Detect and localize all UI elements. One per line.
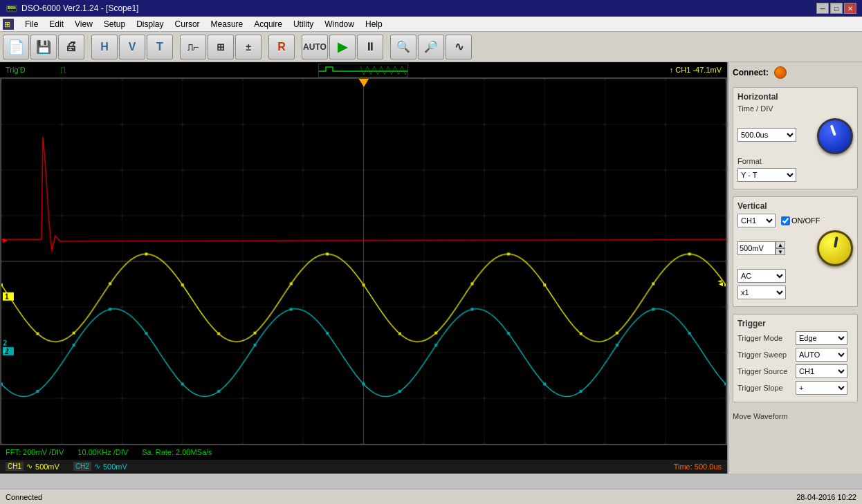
vertical-knob-indicator (834, 236, 838, 248)
app-menu-icon: ⊞ (3, 17, 17, 31)
trigger-mode-select[interactable]: Edge Pulse Slope (796, 331, 847, 345)
time-div-row: Time / DIV (737, 104, 853, 113)
t-button[interactable]: T (147, 35, 173, 59)
status-top: Trig'D ⎍ ↑ CH1 -47.1mV (0, 62, 727, 77)
horizontal-title: Horizontal (737, 92, 853, 102)
pulse-button[interactable]: ⎍⌐ (180, 35, 206, 59)
trigger-mode-row: Trigger Mode Edge Pulse Slope (737, 331, 853, 345)
close-button[interactable]: ✕ (844, 3, 856, 14)
ch1-t-marker: ◄ (717, 280, 724, 288)
trigger-cursor-top (359, 79, 369, 87)
horizontal-section: Horizontal Time / DIV 500.0us 1ms 100us (733, 87, 858, 189)
channel-select[interactable]: CH1 CH2 CH3 CH4 (737, 214, 776, 227)
menu-help[interactable]: Help (360, 17, 388, 32)
bottom-status: Connected 28-04-2016 10:22 (0, 489, 862, 504)
math-button[interactable]: ± (235, 35, 262, 59)
ch1-vdiv: 500mV (35, 463, 59, 471)
channel-onoff-row: CH1 CH2 CH3 CH4 ON/OFF (737, 214, 853, 227)
coupling-row: AC DC GND (737, 269, 853, 283)
ch1-label: CH1 (6, 462, 24, 471)
menu-bar: ⊞ File Edit View Setup Display Cursor Me… (0, 17, 862, 32)
trigger-source-label: Trigger Source (737, 367, 793, 375)
menu-setup[interactable]: Setup (98, 17, 131, 32)
print-button[interactable]: 🖨 (58, 35, 84, 59)
time-div-select[interactable]: 500.0us 1ms 100us (737, 128, 796, 142)
run-button[interactable]: ▶ (329, 35, 356, 59)
fft-button[interactable]: ∿ (446, 35, 472, 59)
format-select[interactable]: Y - T X - Y Roll (737, 168, 796, 182)
trigger-slope-label: Trigger Slope (737, 384, 793, 392)
vertical-section: Vertical CH1 CH2 CH3 CH4 ON/OFF ▲ (733, 196, 858, 307)
connect-section: Connect: (733, 66, 858, 79)
fft-info: FFT: 200mV /DIV (6, 448, 64, 456)
freq-info: 10.00KHz /DIV (77, 448, 128, 456)
toolbar: 📄 💾 🖨 H V T ⎍⌐ ⊞ ± R AUTO ▶ ⏸ 🔍 🔎 ∿ (0, 32, 862, 62)
pause-button[interactable]: ⏸ (357, 35, 383, 59)
ch1-level-marker: ► (1, 236, 9, 244)
svg-text:⊞: ⊞ (4, 20, 10, 28)
coupling-select[interactable]: AC DC GND (737, 269, 786, 283)
ref-button[interactable]: ⊞ (208, 35, 234, 59)
status-text: Connected (6, 493, 796, 501)
h-button[interactable]: H (91, 35, 118, 59)
vdiv-spinner[interactable]: ▲ ▼ (737, 241, 785, 255)
menu-utility[interactable]: Utility (288, 17, 319, 32)
trigger-slope-row: Trigger Slope + - (737, 381, 853, 395)
format-row: Format (737, 157, 853, 165)
r-button[interactable]: R (268, 35, 295, 59)
minimize-button[interactable]: ─ (816, 3, 829, 14)
right-panel: Connect: Horizontal Time / DIV 500.0us 1… (727, 62, 862, 474)
vertical-title: Vertical (737, 201, 853, 211)
zoom-out-button[interactable]: 🔎 (418, 35, 444, 59)
trigger-section: Trigger Trigger Mode Edge Pulse Slope Tr… (733, 314, 858, 402)
auto-button[interactable]: AUTO (302, 35, 328, 59)
menu-acquire[interactable]: Acquire (248, 17, 288, 32)
vdiv-down[interactable]: ▼ (776, 248, 785, 255)
menu-view[interactable]: View (69, 17, 98, 32)
scope-canvas[interactable] (1, 79, 726, 444)
menu-display[interactable]: Display (131, 17, 169, 32)
scope-info-bar: FFT: 200mV /DIV 10.00KHz /DIV Sa. Rate: … (0, 445, 727, 459)
connect-indicator (774, 66, 787, 79)
connect-label: Connect: (733, 68, 769, 77)
ch2-badge: CH2 ∿ 500mV (73, 462, 127, 471)
ch1-coupling-icon: ∿ (26, 462, 33, 471)
vdiv-spinner-buttons[interactable]: ▲ ▼ (776, 241, 785, 255)
horizontal-knob[interactable] (817, 118, 853, 154)
menu-window[interactable]: Window (319, 17, 360, 32)
trigger-sweep-row: Trigger Sweep AUTO NORMAL SINGLE (737, 348, 853, 362)
zoom-in-button[interactable]: 🔍 (390, 35, 416, 59)
trigger-source-select[interactable]: CH1 CH2 EXT (796, 364, 847, 378)
trigger-sweep-select[interactable]: AUTO NORMAL SINGLE (796, 348, 847, 362)
menu-file[interactable]: File (19, 17, 44, 32)
scope-canvas-wrapper[interactable]: ► 2 ◄ (0, 77, 727, 445)
v-button[interactable]: V (119, 35, 145, 59)
maximize-button[interactable]: □ (830, 3, 843, 14)
menu-cursor[interactable]: Cursor (169, 17, 205, 32)
menu-measure[interactable]: Measure (205, 17, 249, 32)
ch1-badge: CH1 ∿ 500mV (6, 462, 59, 471)
probe-select[interactable]: x1 x10 x100 (737, 286, 786, 299)
trigger-slope-select[interactable]: + - (796, 381, 847, 395)
onoff-checkbox-label[interactable]: ON/OFF (781, 216, 820, 225)
save-button[interactable]: 💾 (30, 35, 57, 59)
ch2-vdiv: 500mV (103, 463, 127, 471)
onoff-checkbox[interactable] (781, 216, 790, 225)
probe-row: x1 x10 x100 (737, 286, 853, 299)
time-readout: Time: 500.0us (674, 463, 722, 471)
ch2-coupling-icon: ∿ (94, 462, 100, 471)
new-button[interactable]: 📄 (3, 35, 29, 59)
trig-icon: ⎍ (60, 64, 66, 75)
title-bar: 📟 DSO-6000 Ver2.1.24 - [Scope1] ─ □ ✕ (0, 0, 862, 17)
waveform-mini (318, 64, 408, 77)
ch2-level-marker: 2 (3, 346, 7, 354)
trigger-mode-label: Trigger Mode (737, 334, 793, 342)
menu-edit[interactable]: Edit (44, 17, 69, 32)
vertical-knob[interactable] (817, 230, 853, 266)
vdiv-up[interactable]: ▲ (776, 241, 785, 248)
ch1-readout: ↑ CH1 -47.1mV (670, 66, 722, 74)
title-bar-controls[interactable]: ─ □ ✕ (816, 3, 856, 14)
time-div-select-row: 500.0us 1ms 100us (737, 115, 853, 154)
vdiv-input[interactable] (737, 241, 776, 255)
sa-rate-info: Sa. Rate: 2.00MSa/s (142, 448, 212, 456)
